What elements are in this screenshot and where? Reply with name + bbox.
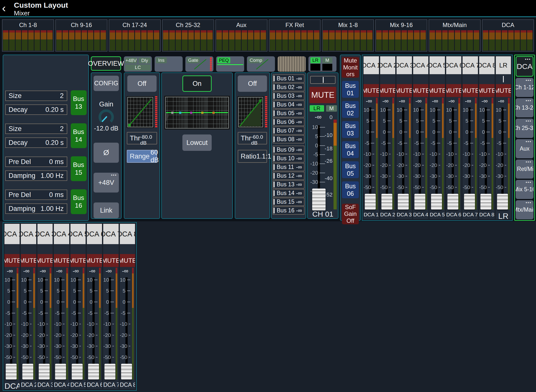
- fader-knob[interactable]: [39, 364, 50, 380]
- strip-select-button[interactable]: DCA 1: [364, 56, 379, 74]
- strip-select-button[interactable]: DCA 6: [87, 224, 102, 244]
- output-thumbnail[interactable]: LR M: [308, 56, 336, 72]
- strip-mute-button[interactable]: MUTE: [120, 254, 135, 267]
- comp-thumbnail[interactable]: Comp: [247, 56, 275, 72]
- strip-fader[interactable]: 10 5 0 -5: [54, 275, 65, 381]
- monitor-bus-button[interactable]: Bus 01: [342, 81, 359, 98]
- fader-knob[interactable]: [414, 194, 425, 210]
- bus-send-row[interactable]: Bus 01 -∞: [273, 74, 304, 83]
- strip-select-button[interactable]: DCA 4: [413, 56, 429, 74]
- strip-fader[interactable]: 10 5 0 -5: [430, 105, 441, 211]
- bus-send-row[interactable]: Bus 15 -∞: [273, 198, 304, 206]
- strip-mute-button[interactable]: MUTE: [479, 84, 495, 97]
- meter-bank-tab[interactable]: Mtx/Main: [429, 19, 481, 52]
- fx-bus-button[interactable]: Bus 13: [71, 90, 87, 115]
- comp-graph[interactable]: [235, 96, 269, 128]
- strip-fader[interactable]: 10 5 0 -5: [463, 105, 474, 211]
- strip-fader[interactable]: 10 5 0 -5: [397, 105, 408, 211]
- fader-knob[interactable]: [398, 194, 409, 210]
- meter-bank-tab[interactable]: Aux: [215, 19, 268, 52]
- fader-knob[interactable]: [121, 364, 132, 380]
- fx-param-field[interactable]: Pre Del 0 ms: [5, 157, 67, 167]
- fader-knob[interactable]: [55, 364, 66, 380]
- gate-threshold-field[interactable]: Thr -80.0 dB: [127, 132, 157, 144]
- meter-bank-tab[interactable]: DCA: [482, 19, 534, 52]
- bus-send-row[interactable]: Bus 03 -∞: [273, 92, 304, 100]
- comp-state-button[interactable]: Off: [238, 75, 267, 92]
- strip-select-button[interactable]: DCA 8: [120, 224, 135, 244]
- meter-bank-tab[interactable]: Ch 1-8: [2, 19, 54, 52]
- lowcut-tag[interactable]: LC: [125, 65, 151, 70]
- strip-fader[interactable]: 10 5 0 -5: [21, 275, 32, 381]
- strip-select-button[interactable]: DCA 5: [430, 56, 445, 74]
- layer-button[interactable]: ••• DCA: [516, 56, 534, 77]
- phantom-button[interactable]: ••• +48V: [94, 173, 119, 193]
- monitor-bus-button[interactable]: Bus 04: [342, 141, 359, 158]
- strip-fader[interactable]: 10 5 0 -5: [103, 275, 114, 381]
- meter-bank-tab[interactable]: FX Ret: [269, 19, 321, 52]
- layer-button[interactable]: ••• Ch 1-12: [516, 78, 534, 97]
- strip-select-button[interactable]: DCA 6: [446, 56, 462, 74]
- config-button[interactable]: CONFIG: [94, 76, 119, 91]
- strip-fader[interactable]: 10 5 0 -5: [37, 275, 49, 381]
- meter-bank-tab[interactable]: Mix 9-16: [375, 19, 427, 52]
- strip-select-button[interactable]: DCA 4: [54, 224, 69, 244]
- sof-gain-button[interactable]: SoF Gain Off: [342, 204, 359, 224]
- layer-button[interactable]: ••• Mtx/Main: [516, 200, 534, 219]
- fx-param-field[interactable]: Damping 1.00 Hz: [5, 203, 67, 214]
- strip-mute-button[interactable]: MUTE: [446, 84, 462, 97]
- fader-knob[interactable]: [104, 364, 115, 380]
- strip-mute-button[interactable]: MUTE: [397, 84, 412, 97]
- gate-thumbnail[interactable]: Gate: [185, 56, 213, 72]
- delay-tag[interactable]: Dly: [139, 58, 151, 64]
- fader-knob[interactable]: [497, 194, 508, 210]
- comp-threshold-field[interactable]: Thr -60.0 dB: [238, 132, 267, 144]
- bus-send-row[interactable]: Bus 13 -∞: [273, 180, 304, 189]
- bus-send-row[interactable]: Bus 10 -∞: [273, 154, 304, 163]
- strip-select-button[interactable]: DCA 2: [21, 224, 36, 244]
- fx-bus-button[interactable]: Bus 14: [71, 123, 87, 148]
- pan-slider[interactable]: [310, 76, 335, 84]
- strip-select-button[interactable]: DCA 1: [4, 224, 20, 244]
- mute-monitors-button[interactable]: Mute Monitors: [342, 57, 359, 78]
- meter-bank-tab[interactable]: Mix 1-8: [322, 19, 374, 52]
- bus-send-row[interactable]: Bus 06 -∞: [273, 118, 304, 126]
- layer-button[interactable]: ••• Ch 13-24: [516, 98, 534, 117]
- eq-graph[interactable]: [164, 96, 230, 130]
- channel-lr-button[interactable]: LR: [310, 105, 324, 112]
- gate-state-button[interactable]: Off: [127, 75, 157, 92]
- eq-lowcut-button[interactable]: Lowcut: [182, 134, 212, 151]
- phase-button[interactable]: Ø: [94, 143, 119, 163]
- fx-bus-button[interactable]: Bus 16: [71, 189, 87, 214]
- strip-mute-button[interactable]: MUTE: [463, 84, 478, 97]
- fader-knob[interactable]: [381, 194, 392, 210]
- gate-graph[interactable]: [124, 96, 160, 128]
- strip-select-button[interactable]: LR: [496, 56, 511, 74]
- monitor-bus-button[interactable]: Bus 06: [342, 181, 359, 198]
- channel-mute-button[interactable]: MUTE: [309, 87, 336, 103]
- strip-select-button[interactable]: DCA 7: [103, 224, 118, 244]
- fader-knob[interactable]: [88, 364, 99, 380]
- gate-range-field[interactable]: Range 60 dB: [127, 150, 157, 163]
- preamp-thumbnail[interactable]: +48V Dly LC: [124, 56, 152, 72]
- strip-select-button[interactable]: DCA 3: [397, 56, 412, 74]
- strip-select-button[interactable]: DCA 7: [463, 56, 478, 74]
- channel-mono-button[interactable]: M: [326, 105, 337, 112]
- strip-select-button[interactable]: DCA 5: [70, 224, 86, 244]
- fx-bus-button[interactable]: Bus 15: [71, 156, 87, 181]
- strip-mute-button[interactable]: MUTE: [364, 84, 379, 97]
- meter-bank-tab[interactable]: Ch 17-24: [109, 19, 161, 52]
- strip-mute-button[interactable]: MUTE: [496, 84, 511, 97]
- layer-button[interactable]: ••• Aux: [516, 139, 534, 158]
- gain-knob[interactable]: [98, 109, 114, 124]
- strip-mute-button[interactable]: MUTE: [103, 254, 118, 267]
- bus-send-row[interactable]: Bus 05 -∞: [273, 109, 304, 117]
- fader-knob[interactable]: [22, 364, 33, 380]
- strip-fader[interactable]: 10 5 0 -5: [413, 105, 425, 211]
- peq-thumbnail[interactable]: PEQ: [216, 56, 244, 72]
- meter-bank-tab[interactable]: Ch 9-16: [55, 19, 107, 52]
- back-icon[interactable]: ‹: [2, 3, 6, 12]
- fx-param-field[interactable]: Pre Del 0 ms: [5, 190, 67, 200]
- strip-fader[interactable]: 10 5 0 -5: [87, 275, 98, 381]
- fader-knob[interactable]: [464, 194, 475, 210]
